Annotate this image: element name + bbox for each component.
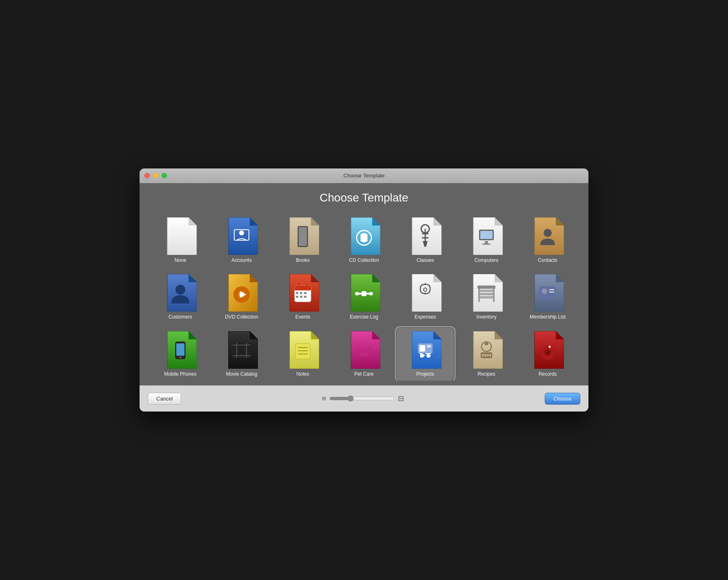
svg-point-46: [180, 356, 182, 358]
cancel-button[interactable]: Cancel: [148, 393, 181, 405]
svg-point-60: [366, 352, 368, 355]
svg-rect-24: [300, 296, 302, 298]
svg-point-57: [357, 346, 361, 352]
computers-icon: [470, 217, 503, 255]
template-membership-list[interactable]: Membership List: [519, 271, 576, 324]
template-computers[interactable]: Computers: [458, 214, 515, 267]
template-contacts[interactable]: Contacts: [519, 214, 576, 267]
svg-rect-36: [479, 293, 494, 295]
exercise-log-icon: [348, 274, 380, 312]
projects-label: Projects: [416, 371, 434, 378]
cd-collection-label: CD Collection: [349, 257, 379, 264]
template-accounts[interactable]: Accounts: [213, 214, 270, 267]
svg-rect-35: [479, 290, 494, 292]
svg-rect-7: [480, 231, 493, 239]
size-slider-area: ⊞ ⊟: [322, 394, 404, 403]
template-events[interactable]: Events: [274, 271, 331, 324]
recipes-icon: [470, 331, 503, 369]
template-books[interactable]: Books: [274, 214, 331, 267]
inventory-label: Inventory: [476, 314, 496, 321]
template-exercise-log[interactable]: Exercise Log: [335, 271, 393, 324]
dvd-collection-icon: [225, 274, 258, 312]
customers-label: Customers: [169, 314, 192, 321]
records-label: Records: [539, 371, 557, 378]
dvd-collection-label: DVD Collection: [225, 314, 258, 321]
svg-rect-8: [485, 241, 488, 244]
svg-rect-30: [362, 291, 366, 296]
main-window: Choose Template Choose Template None Acc…: [140, 168, 588, 412]
svg-point-59: [360, 352, 362, 355]
large-icon: ⊟: [398, 394, 404, 403]
none-label: None: [175, 257, 186, 264]
expenses-icon: [409, 274, 442, 312]
events-icon: [286, 274, 319, 312]
svg-rect-62: [419, 345, 425, 352]
template-recipes[interactable]: Recipes: [458, 328, 515, 381]
svg-point-65: [426, 354, 431, 358]
books-label: Books: [296, 257, 309, 264]
contacts-label: Contacts: [538, 257, 557, 264]
title-bar: Choose Template: [140, 168, 588, 183]
svg-point-1: [239, 230, 244, 235]
svg-rect-21: [300, 292, 302, 294]
template-projects[interactable]: Projects: [397, 328, 454, 381]
records-icon: [531, 331, 564, 369]
window-title: Choose Template: [344, 173, 385, 179]
membership-list-label: Membership List: [530, 314, 566, 321]
svg-rect-17: [295, 289, 311, 290]
dialog-title: Choose Template: [152, 191, 576, 204]
template-movie-catalog[interactable]: Movie Catalog: [213, 328, 270, 381]
accounts-label: Accounts: [231, 257, 251, 264]
maximize-button[interactable]: [162, 173, 167, 178]
expenses-label: Expenses: [415, 314, 436, 321]
template-expenses[interactable]: Expenses: [397, 271, 454, 324]
template-records[interactable]: Records: [519, 328, 576, 381]
template-cd-collection[interactable]: CD Collection: [335, 214, 393, 267]
svg-rect-22: [304, 292, 306, 294]
svg-point-41: [542, 288, 547, 294]
svg-rect-9: [482, 244, 491, 245]
svg-point-11: [175, 285, 185, 294]
template-inventory[interactable]: Inventory: [458, 271, 515, 324]
template-dvd-collection[interactable]: DVD Collection: [213, 271, 270, 324]
template-mobile-phones[interactable]: Mobile Phones: [152, 328, 209, 381]
inventory-icon: [470, 274, 503, 312]
membership-list-icon: [531, 274, 564, 312]
traffic-lights: [144, 173, 167, 178]
mobile-phones-label: Mobile Phones: [164, 371, 196, 378]
classes-label: Classes: [417, 257, 434, 264]
none-icon: [164, 217, 197, 255]
template-pet-care[interactable]: Pet Care: [335, 328, 393, 381]
dialog-content: Choose Template None Accounts: [140, 183, 588, 381]
template-notes[interactable]: Notes: [274, 328, 331, 381]
exercise-log-label: Exercise Log: [350, 314, 378, 321]
pet-care-icon: [348, 331, 380, 369]
books-icon: [286, 217, 319, 255]
footer-bar: Cancel ⊞ ⊟ Choose: [140, 385, 588, 412]
svg-rect-20: [296, 292, 298, 294]
svg-point-58: [367, 346, 371, 352]
choose-button[interactable]: Choose: [545, 393, 580, 405]
contacts-icon: [531, 217, 564, 255]
svg-rect-38: [478, 289, 480, 302]
svg-point-10: [544, 229, 552, 237]
template-customers[interactable]: Customers: [152, 271, 209, 324]
cd-collection-icon: [348, 217, 380, 255]
close-button[interactable]: [144, 173, 150, 178]
small-icon: ⊞: [322, 396, 326, 401]
svg-rect-3: [299, 227, 307, 246]
minimize-button[interactable]: [153, 173, 158, 178]
size-slider[interactable]: [329, 395, 395, 402]
svg-rect-23: [296, 296, 298, 298]
svg-rect-37: [479, 296, 494, 299]
notes-icon: [286, 331, 319, 369]
svg-rect-63: [427, 345, 431, 348]
template-grid: None Accounts Books CD: [152, 214, 576, 381]
template-none[interactable]: None: [152, 214, 209, 267]
accounts-icon: [225, 217, 258, 255]
recipes-label: Recipes: [477, 371, 495, 378]
customers-icon: [164, 274, 197, 312]
svg-rect-39: [493, 289, 495, 302]
notes-label: Notes: [296, 371, 309, 378]
template-classes[interactable]: Classes: [397, 214, 454, 267]
